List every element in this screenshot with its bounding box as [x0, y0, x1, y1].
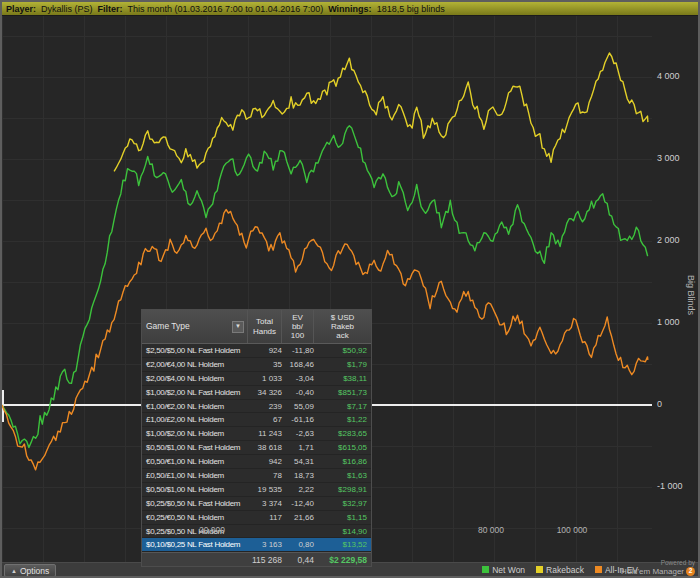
net-won-swatch-icon [482, 566, 489, 573]
total-ev-cell: 0,44 [282, 555, 314, 565]
x-axis-tick-label: 100 000 [547, 525, 597, 535]
rakeback-line [114, 53, 648, 171]
y-axis-tick-label: 4 000 [657, 71, 699, 81]
rakeback-cell: $13,52 [314, 540, 371, 549]
column-header-ev[interactable]: EV bb/ 100 [282, 310, 314, 343]
total-hands-cell: 67 [248, 415, 282, 424]
total-hands-cell: 38 618 [248, 443, 282, 452]
table-row[interactable]: €0,50/€1,00 NL Holdem94254,31$16,86 [142, 455, 371, 469]
ev-cell: -2,63 [282, 429, 314, 438]
table-row[interactable]: $0,25/$0,50 NL Holdem$14,90 [142, 525, 371, 539]
rakeback-cell: $50,92 [314, 346, 371, 355]
game-type-cell: £0,50/£1,00 NL Holdem [142, 471, 248, 480]
total-rakeback-cell: $2 229,58 [314, 555, 371, 565]
game-type-cell: $0,25/$0,50 NL Fast Holdem [142, 499, 248, 508]
table-row[interactable]: £0,50/£1,00 NL Holdem7818,73$1,63 [142, 469, 371, 483]
table-row[interactable]: €2,00/€4,00 NL Holdem35168,46$1,79 [142, 358, 371, 372]
game-type-cell: €0,50/€1,00 NL Holdem [142, 457, 248, 466]
ev-cell: 1,71 [282, 443, 314, 452]
rakeback-cell: $615,05 [314, 443, 371, 452]
ev-cell: 54,31 [282, 457, 314, 466]
y-axis-tick-label: 0 [657, 399, 699, 409]
column-header-game-type[interactable]: Game Type▼ [142, 310, 248, 343]
player-label: Player: [6, 4, 36, 14]
total-hands-cell: 35 [248, 360, 282, 369]
rakeback-cell: $1,15 [314, 513, 371, 522]
table-row[interactable]: £1,00/£2,00 NL Holdem67-61,16$1,22 [142, 413, 371, 427]
game-type-cell: $0,50/$1,00 NL Fast Holdem [142, 443, 248, 452]
rakeback-cell: $16,86 [314, 457, 371, 466]
rakeback-cell: $851,73 [314, 388, 371, 397]
ev-cell: 18,73 [282, 471, 314, 480]
ev-cell: 21,66 [282, 513, 314, 522]
legend-item-rakeback[interactable]: Rakeback [536, 565, 584, 575]
ev-cell: -11,80 [282, 346, 314, 355]
powered-by: Powered by Hold'em Manager 2 [621, 560, 695, 577]
player-value[interactable]: Dykallis (PS) [41, 4, 93, 14]
table-row[interactable]: €1,00/€2,00 NL Holdem23955,09$7,17 [142, 400, 371, 414]
game-type-cell: $2,00/$4,00 NL Holdem [142, 374, 248, 383]
rakeback-cell: $1,79 [314, 360, 371, 369]
table-row[interactable]: €0,25/€0,50 NL Holdem11721,66$1,15 [142, 511, 371, 525]
rakeback-cell: $1,22 [314, 415, 371, 424]
ev-cell: 0,80 [282, 540, 314, 549]
y-axis-title: Big Blinds [684, 265, 696, 325]
x-axis-tick-label: 20 000 [187, 525, 237, 535]
rakeback-cell: $298,91 [314, 485, 371, 494]
y-axis-tick-label: 2 000 [657, 235, 699, 245]
options-label: Options [20, 566, 49, 576]
table-row[interactable]: $1,00/$2,00 NL Fast Holdem34 326-0,40$85… [142, 386, 371, 400]
chart-legend: Net WonRakebackAll-In EV [482, 563, 638, 576]
column-header-total[interactable]: Total Hands [248, 310, 282, 343]
total-hands-cell: 11 243 [248, 429, 282, 438]
legend-label: Rakeback [546, 565, 584, 575]
y-axis-tick-label: -1 000 [657, 481, 699, 491]
total-hands-cell: 34 326 [248, 388, 282, 397]
game-type-cell: $0,10/$0,25 NL Fast Holdem [142, 540, 248, 549]
legend-item-net-won[interactable]: Net Won [482, 565, 525, 575]
rakeback-cell: $32,97 [314, 499, 371, 508]
status-bar: Player: Dykallis (PS) Filter: This month… [2, 2, 698, 16]
table-row[interactable]: $0,25/$0,50 NL Fast Holdem3 374-12,40$32… [142, 497, 371, 511]
table-row[interactable]: $2,50/$5,00 NL Fast Holdem924-11,80$50,9… [142, 344, 371, 358]
x-axis-tick-label: 80 000 [466, 525, 516, 535]
winnings-value: 1818,5 big blinds [377, 4, 445, 14]
ev-cell: 2,22 [282, 485, 314, 494]
ev-cell: -12,40 [282, 499, 314, 508]
ev-cell: 168,46 [282, 360, 314, 369]
rakeback-cell: $38,11 [314, 374, 371, 383]
table-row[interactable]: $0,50/$1,00 NL Holdem19 5352,22$298,91 [142, 483, 371, 497]
game-type-cell: €2,00/€4,00 NL Holdem [142, 360, 248, 369]
ev-cell: -61,16 [282, 415, 314, 424]
column-header-usd[interactable]: $ USD Rakeb ack [314, 310, 371, 343]
hm2-badge-icon: 2 [686, 567, 695, 576]
total-hands-cell: 78 [248, 471, 282, 480]
table-row[interactable]: $2,00/$4,00 NL Holdem1 033-3,04$38,11 [142, 372, 371, 386]
rakeback-swatch-icon [536, 566, 543, 573]
brand-name: Hold'em Manager [621, 568, 684, 576]
options-arrow-icon: ▲ [11, 568, 17, 574]
game-type-cell: $0,50/$1,00 NL Holdem [142, 485, 248, 494]
filter-value[interactable]: This month (01.03.2016 7:00 to 01.04.201… [128, 4, 324, 14]
holdem-manager-window: Player: Dykallis (PS) Filter: This month… [0, 0, 700, 578]
filter-label: Filter: [98, 4, 123, 14]
options-button[interactable]: ▲ Options [4, 564, 56, 577]
game-type-table: Game Type▼Total HandsEV bb/ 100$ USD Rak… [141, 309, 372, 567]
table-row[interactable]: $0,10/$0,25 NL Fast Holdem3 1630,80$13,5… [142, 538, 371, 552]
rakeback-cell: $14,90 [314, 527, 371, 536]
game-type-dropdown-icon[interactable]: ▼ [232, 321, 244, 333]
legend-label: Net Won [492, 565, 525, 575]
column-header-label: Game Type [146, 322, 190, 332]
total-hands-cell: 942 [248, 457, 282, 466]
column-header-label: EV bb/ 100 [291, 313, 304, 341]
total-hands-cell: 19 535 [248, 485, 282, 494]
winnings-label: Winnings: [328, 4, 371, 14]
total-hands-cell: 239 [248, 402, 282, 411]
game-type-cell: $1,00/$2,00 NL Fast Holdem [142, 388, 248, 397]
table-row[interactable]: $0,50/$1,00 NL Fast Holdem38 6181,71$615… [142, 441, 371, 455]
game-type-cell: £1,00/£2,00 NL Holdem [142, 415, 248, 424]
y-axis-tick-label: 3 000 [657, 153, 699, 163]
total-hands-cell: 3 374 [248, 499, 282, 508]
table-row[interactable]: $1,00/$2,00 NL Holdem11 243-2,63$283,65 [142, 427, 371, 441]
game-type-cell: €0,25/€0,50 NL Holdem [142, 513, 248, 522]
